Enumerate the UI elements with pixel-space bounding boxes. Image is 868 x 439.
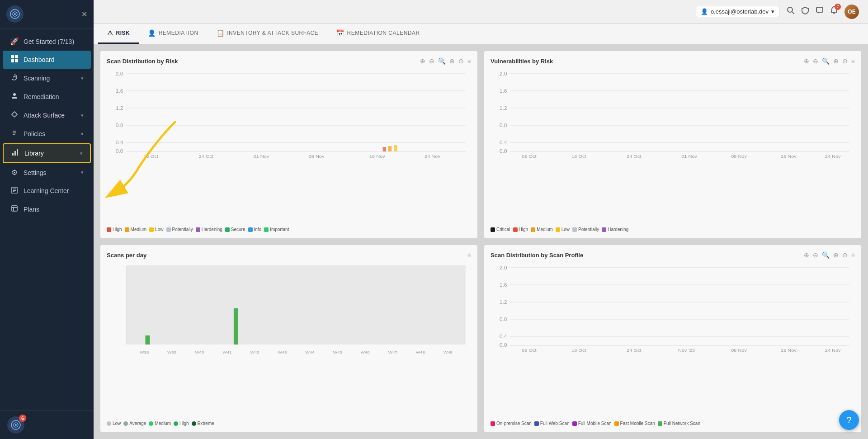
notification-count: 7: [835, 4, 841, 10]
svg-rect-27: [816, 7, 823, 12]
app-logo: [6, 5, 24, 23]
sidebar-item-attack-surface[interactable]: Attack Surface ▾: [3, 106, 91, 124]
tab-inventory[interactable]: 📋 INVENTORY & ATTACK SURFACE: [208, 24, 327, 44]
svg-rect-71: [234, 308, 238, 345]
zoom-out-icon[interactable]: ⊖: [813, 251, 818, 259]
legend-dot: [125, 227, 129, 232]
svg-text:0.4: 0.4: [500, 334, 507, 339]
sidebar-item-label: Dashboard: [24, 56, 84, 63]
zoom-in-icon[interactable]: ⊕: [804, 251, 809, 259]
svg-rect-47: [383, 147, 386, 151]
sidebar-item-get-started[interactable]: 🚀 Get Started (7/13): [3, 33, 91, 50]
menu-icon[interactable]: ≡: [467, 251, 471, 259]
add-chart-icon[interactable]: ⊕: [833, 251, 839, 259]
header: 👤 o.essaji@ostorlab.dev ▾: [94, 0, 868, 24]
sidebar-item-scanning[interactable]: Scanning ▾: [3, 69, 91, 87]
legend-dot: [572, 227, 577, 232]
svg-text:24 Oct: 24 Oct: [627, 154, 642, 159]
svg-text:W38: W38: [140, 350, 149, 354]
chart-header: Scan Distribution by Risk ⊕ ⊖ 🔍 ⊕ ⊙ ≡: [107, 57, 471, 65]
pan-icon[interactable]: ⊙: [842, 57, 848, 65]
svg-text:W42: W42: [250, 350, 259, 354]
notification-icon[interactable]: 7: [830, 6, 838, 17]
svg-text:08 Oct: 08 Oct: [522, 348, 537, 353]
legend-label: Fast Mobile Scan: [620, 421, 655, 426]
legend-dot: [166, 227, 171, 232]
legend-dot: [534, 421, 539, 426]
tab-risk-label: RISK: [116, 30, 130, 36]
search-chart-icon[interactable]: 🔍: [438, 57, 446, 65]
user-menu[interactable]: 👤 o.essaji@ostorlab.dev ▾: [696, 6, 779, 17]
chart-header: Scans per day ≡: [107, 251, 471, 259]
sidebar-bottom-logo[interactable]: 6: [7, 416, 24, 434]
chart-title: Scan Distribution by Scan Profile: [491, 252, 583, 259]
svg-text:0.8: 0.8: [500, 317, 507, 322]
sidebar-item-policies[interactable]: Policies ▾: [3, 125, 91, 143]
pan-icon[interactable]: ⊙: [458, 57, 464, 65]
shield-icon[interactable]: [801, 6, 809, 17]
sidebar-item-label: Attack Surface: [24, 112, 76, 119]
help-button[interactable]: ?: [839, 410, 859, 430]
svg-text:1.2: 1.2: [500, 300, 507, 305]
legend-item-medium: Medium: [125, 227, 147, 232]
inventory-tab-icon: 📋: [217, 29, 225, 37]
legend-item-full-network: Full Network Scan: [658, 421, 700, 426]
svg-point-2: [14, 13, 16, 15]
avatar[interactable]: OE: [844, 5, 859, 19]
sidebar-item-remediation[interactable]: Remediation: [3, 88, 91, 106]
svg-text:24 Oct: 24 Oct: [627, 348, 642, 353]
legend-item-full-web: Full Web Scan: [534, 421, 570, 426]
remediation-tab-icon: 👤: [148, 29, 156, 37]
svg-text:08 Nov: 08 Nov: [731, 348, 747, 353]
message-icon[interactable]: [816, 6, 824, 17]
sidebar-item-dashboard[interactable]: Dashboard: [3, 51, 91, 69]
svg-text:16 Oct: 16 Oct: [144, 154, 159, 159]
search-chart-icon[interactable]: 🔍: [822, 251, 830, 259]
menu-icon[interactable]: ≡: [851, 251, 855, 259]
chart-body: 2.0 1.6 1.2 0.8 0.4 0.0 08 Oct 16 Oct 24…: [491, 263, 855, 417]
charts-container: Scan Distribution by Risk ⊕ ⊖ 🔍 ⊕ ⊙ ≡: [94, 44, 868, 439]
zoom-out-icon[interactable]: ⊖: [429, 57, 434, 65]
scanning-icon: [10, 74, 19, 83]
search-icon[interactable]: [787, 6, 795, 17]
sidebar-item-plans[interactable]: Plans: [3, 200, 91, 218]
legend-item-extreme: Extreme: [192, 421, 214, 426]
menu-icon[interactable]: ≡: [467, 57, 471, 65]
tab-risk[interactable]: ⚠ RISK: [98, 24, 139, 44]
tab-remediation[interactable]: 👤 REMEDIATION: [139, 24, 207, 44]
zoom-in-icon[interactable]: ⊕: [420, 57, 425, 65]
sidebar-nav: 🚀 Get Started (7/13) Dashboard: [0, 28, 94, 411]
menu-icon[interactable]: ≡: [851, 57, 855, 65]
zoom-in-icon[interactable]: ⊕: [804, 57, 809, 65]
chart-title: Vulnerabilities by Risk: [491, 58, 553, 65]
close-icon[interactable]: ✕: [81, 10, 87, 19]
svg-text:0.4: 0.4: [116, 140, 123, 145]
sidebar-item-library[interactable]: Library ▾: [3, 143, 91, 163]
add-chart-icon[interactable]: ⊕: [449, 57, 455, 65]
tab-calendar[interactable]: 📅 REMEDIATION CALENDAR: [327, 24, 429, 44]
chevron-down-icon: ▾: [771, 8, 774, 15]
sidebar-item-settings[interactable]: ⚙ Settings ▾: [3, 164, 91, 181]
svg-text:16 Oct: 16 Oct: [571, 154, 586, 159]
chart-legend: On-premise Scan Full Web Scan Full Mobil…: [491, 421, 855, 426]
zoom-out-icon[interactable]: ⊖: [813, 57, 818, 65]
legend-label: Full Mobile Scan: [578, 421, 612, 426]
svg-text:Nov '23: Nov '23: [678, 348, 695, 353]
legend-item-high: High: [107, 227, 122, 232]
add-chart-icon[interactable]: ⊕: [833, 57, 839, 65]
legend-item-potentially: Potentially: [166, 227, 193, 232]
legend-dot: [107, 227, 111, 232]
search-chart-icon[interactable]: 🔍: [822, 57, 830, 65]
sidebar-item-learning-center[interactable]: Learning Center: [3, 182, 91, 200]
chart-header: Vulnerabilities by Risk ⊕ ⊖ 🔍 ⊕ ⊙ ≡: [491, 57, 855, 65]
chart-body: 2.0 1.6 1.2 0.8 0.4 0.0 08 Oct 16 Oct 24…: [491, 69, 855, 223]
svg-text:W39: W39: [167, 350, 176, 354]
svg-rect-72: [145, 335, 150, 345]
notification-badge: 6: [19, 415, 26, 422]
legend-dot: [264, 227, 269, 232]
pan-icon[interactable]: ⊙: [842, 251, 848, 259]
user-icon: 👤: [701, 8, 708, 15]
tabs-bar: ⚠ RISK 👤 REMEDIATION 📋 INVENTORY & ATTAC…: [94, 24, 868, 44]
svg-rect-6: [15, 59, 18, 62]
svg-text:08 Oct: 08 Oct: [522, 154, 537, 159]
